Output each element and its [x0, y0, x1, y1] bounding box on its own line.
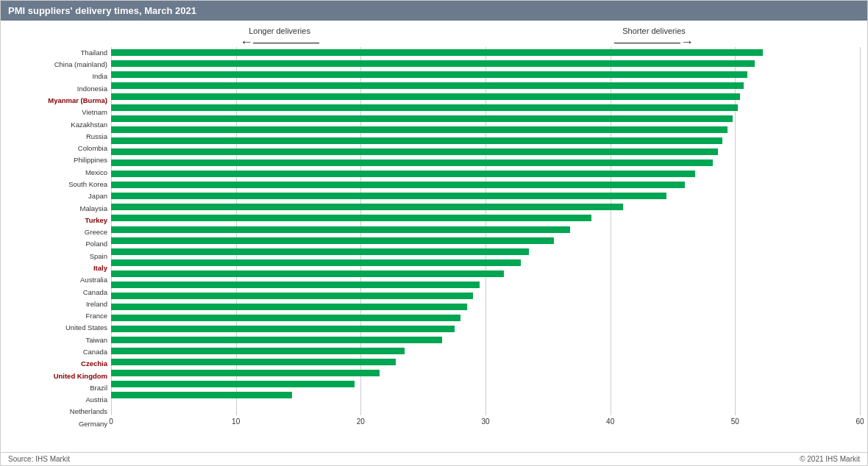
bar-row	[111, 58, 860, 69]
bar	[111, 60, 755, 67]
y-label: France	[8, 310, 111, 322]
y-label: Thailand	[8, 47, 111, 59]
copyright-label: © 2021 IHS Markit	[800, 455, 860, 463]
y-label: Colombia	[8, 143, 111, 154]
bar	[111, 226, 570, 233]
y-label: Germany	[8, 418, 111, 430]
bar-row	[111, 113, 860, 124]
annotation-longer: Longer deliveries ←—————	[111, 26, 448, 49]
bar	[111, 293, 473, 299]
bar	[111, 381, 355, 387]
bar	[111, 148, 718, 155]
bar	[111, 193, 666, 199]
bar-row	[111, 212, 860, 223]
y-label: Russia	[8, 131, 111, 143]
y-label: Austria	[8, 394, 111, 406]
y-label: Australia	[8, 274, 111, 286]
bar-row	[111, 47, 860, 58]
bar	[111, 337, 442, 343]
y-label: South Korea	[8, 179, 111, 190]
y-label: Ireland	[8, 298, 111, 310]
bar-row	[111, 179, 860, 190]
bar-row	[111, 345, 860, 356]
bar-row	[111, 124, 860, 135]
annotation-row: Longer deliveries ←————— Shorter deliver…	[111, 26, 860, 47]
bar-row	[111, 102, 860, 113]
annotation-shorter: Shorter deliveries —————→	[448, 26, 860, 49]
bars-area: ThailandChina (mainland)IndiaIndonesiaMy…	[8, 47, 860, 430]
bar	[111, 326, 455, 332]
chart-title: PMI suppliers' delivery times, March 202…	[1, 1, 867, 21]
bar-row	[111, 368, 860, 379]
y-label: Spain	[8, 251, 111, 262]
bar-row	[111, 323, 860, 334]
x-tick: 40	[606, 417, 614, 426]
bar-row	[111, 135, 860, 146]
bar-row	[111, 379, 860, 390]
y-label: Czechia	[8, 358, 111, 370]
bar	[111, 392, 292, 398]
bar	[111, 93, 740, 100]
bar-row	[111, 334, 860, 345]
bar-row	[111, 168, 860, 179]
grid-line	[860, 47, 861, 415]
y-label: Canada	[8, 287, 111, 298]
bar-row	[111, 257, 860, 268]
x-axis: 0102030405060	[111, 415, 860, 430]
bar	[111, 137, 722, 144]
y-label: Brazil	[8, 382, 111, 394]
bar	[111, 104, 738, 111]
bar	[111, 259, 521, 266]
bar	[111, 82, 744, 89]
bar-row	[111, 201, 860, 212]
y-label: United Kingdom	[8, 370, 111, 382]
bar-row	[111, 157, 860, 168]
y-labels: ThailandChina (mainland)IndiaIndonesiaMy…	[8, 47, 111, 430]
bar	[111, 126, 728, 133]
bar	[111, 304, 467, 310]
x-tick: 30	[481, 417, 489, 426]
y-label: Poland	[8, 239, 111, 251]
y-label: Japan	[8, 190, 111, 202]
bar-row	[111, 279, 860, 290]
x-tick: 10	[232, 417, 240, 426]
bar-row	[111, 290, 860, 301]
bar-row	[111, 91, 860, 102]
source-label: Source: IHS Markit	[8, 455, 70, 463]
bar	[111, 204, 623, 210]
y-label: China (mainland)	[8, 59, 111, 71]
y-label: Turkey	[8, 215, 111, 226]
y-label: Italy	[8, 262, 111, 274]
bar	[111, 359, 396, 365]
bar	[111, 370, 380, 376]
bar	[111, 182, 685, 188]
bar-row	[111, 356, 860, 368]
y-label: Philippines	[8, 155, 111, 167]
bar-row	[111, 235, 860, 246]
y-label: Canada	[8, 346, 111, 358]
x-tick: 50	[731, 417, 739, 426]
bar-row	[111, 69, 860, 80]
bar-row	[111, 390, 860, 401]
bar-row	[111, 146, 860, 157]
bars-and-grid: 0102030405060	[111, 47, 860, 430]
bar	[111, 159, 713, 166]
chart-body: Longer deliveries ←————— Shorter deliver…	[1, 21, 867, 452]
bar	[111, 215, 591, 221]
bar-row	[111, 268, 860, 279]
bar	[111, 171, 695, 177]
bar	[111, 237, 554, 244]
x-tick: 0	[109, 417, 113, 426]
y-label: Mexico	[8, 167, 111, 179]
bar	[111, 49, 763, 56]
y-label: India	[8, 71, 111, 83]
bar	[111, 248, 529, 255]
x-tick: 20	[357, 417, 365, 426]
y-label: Greece	[8, 226, 111, 238]
x-tick: 60	[855, 417, 864, 426]
y-label: Malaysia	[8, 203, 111, 215]
bar-row	[111, 80, 860, 91]
y-label: Myanmar (Burma)	[8, 95, 111, 107]
y-label: Taiwan	[8, 334, 111, 346]
bar-row	[111, 301, 860, 312]
